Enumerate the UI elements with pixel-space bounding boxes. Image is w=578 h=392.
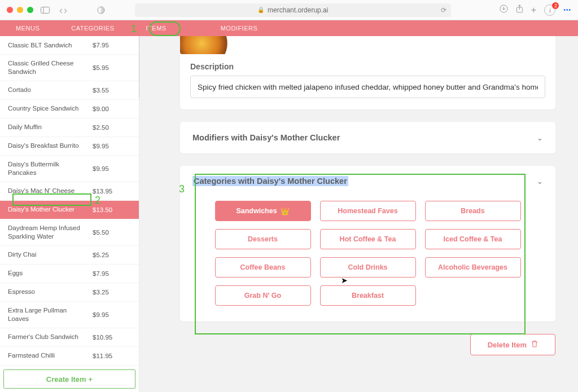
list-item[interactable]: Daisy's Mac N' Cheese$13.95 [0, 182, 139, 201]
list-item-selected[interactable]: Daisy's Mother Clucker$13.50 [0, 201, 139, 219]
list-item[interactable]: Cortado$3.55 [0, 81, 139, 100]
category-iced-coffee-tea[interactable]: Iced Coffee & Tea [425, 229, 521, 249]
chevron-down-icon[interactable]: ⌄ [537, 177, 543, 186]
svg-rect-0 [41, 7, 50, 13]
list-item[interactable]: Flat White$3.80 [0, 365, 139, 367]
list-item[interactable]: Espresso$3.25 [0, 283, 139, 302]
item-sidebar: Classic BLT Sandwich$7.95 Classic Grille… [0, 36, 139, 392]
extensions-icon[interactable]: i [544, 5, 555, 16]
item-list: Classic BLT Sandwich$7.95 Classic Grille… [0, 36, 139, 366]
categories-panel: Categories with Daisy's Mother Clucker ⌄… [180, 166, 555, 321]
category-hot-coffee-tea[interactable]: Hot Coffee & Tea [320, 229, 416, 249]
trash-icon [531, 340, 538, 349]
description-label: Description [190, 62, 545, 71]
tab-modifiers[interactable]: MODIFIERS [205, 20, 274, 36]
category-homestead-faves[interactable]: Homestead Faves [320, 201, 416, 221]
list-item[interactable]: Daisy's Buttermilk Pancakes$9.95 [0, 156, 139, 182]
minimize-window[interactable] [17, 7, 23, 13]
back-button[interactable]: ‹ [59, 5, 63, 15]
crown-icon: 👑 [281, 207, 290, 215]
category-coffee-beans[interactable]: Coffee Beans [215, 257, 311, 278]
category-cold-drinks[interactable]: Cold Drinks [320, 257, 416, 278]
chevron-down-icon: ⌄ [537, 134, 543, 142]
list-item[interactable]: Dirty Chai$5.25 [0, 246, 139, 265]
item-image[interactable] [180, 36, 242, 54]
new-tab-icon[interactable]: + [531, 5, 537, 16]
nav-arrows: ‹ › [59, 5, 67, 15]
forward-button[interactable]: › [64, 5, 67, 15]
tab-menus[interactable]: MENUS [0, 20, 55, 36]
address-bar[interactable]: 🔒 merchant.orderup.ai ⟳ [135, 3, 451, 17]
categories-title: Categories with Daisy's Mother Clucker [192, 176, 348, 186]
sidebar-toggle-icon[interactable] [38, 4, 52, 16]
list-item[interactable]: Daily Muffin$2.50 [0, 118, 139, 137]
category-desserts[interactable]: Desserts [215, 229, 311, 249]
list-item[interactable]: Farmstead Chilli$11.95 [0, 347, 139, 365]
share-icon[interactable] [516, 5, 523, 15]
category-grab-n-go[interactable]: Grab N' Go [215, 285, 311, 306]
description-panel: Description [180, 36, 555, 109]
window-controls [7, 7, 33, 13]
modifiers-title: Modifiers with Daisy's Mother Clucker [192, 133, 340, 142]
description-input[interactable] [190, 76, 545, 98]
list-item[interactable]: Classic Grilled Cheese Sandwich$5.95 [0, 55, 139, 81]
maximize-window[interactable] [27, 7, 33, 13]
modifiers-panel[interactable]: Modifiers with Daisy's Mother Clucker ⌄ [180, 122, 555, 153]
url-text: merchant.orderup.ai [268, 6, 328, 14]
list-item[interactable]: Eggs$7.95 [0, 265, 139, 283]
plus-icon: + [89, 375, 93, 384]
lock-icon: 🔒 [257, 7, 264, 13]
browser-toolbar: ‹ › 🔒 merchant.orderup.ai ⟳ + i ••• [0, 0, 578, 20]
list-item[interactable]: Country Spice Sandwich$9.00 [0, 100, 139, 118]
top-nav: MENUS CATEGORIES ITEMS MODIFIERS [0, 20, 578, 36]
create-item-button[interactable]: Create Item+ [3, 369, 135, 389]
shield-icon[interactable] [94, 4, 108, 16]
more-icon[interactable]: ••• [563, 7, 571, 13]
delete-item-button[interactable]: Delete Item [470, 334, 555, 355]
list-item[interactable]: Daydream Hemp Infused Sparkling Water$5.… [0, 219, 139, 246]
main-content: Description Modifiers with Daisy's Mothe… [139, 36, 578, 392]
reload-icon[interactable]: ⟳ [441, 6, 446, 14]
close-window[interactable] [7, 7, 13, 13]
category-sandwiches[interactable]: Sandwiches👑 [215, 201, 311, 221]
tab-items[interactable]: ITEMS [130, 20, 182, 36]
list-item[interactable]: Daisy's Breakfast Burrito$9.95 [0, 137, 139, 156]
tab-categories[interactable]: CATEGORIES [55, 20, 130, 36]
list-item[interactable]: Classic BLT Sandwich$7.95 [0, 36, 139, 55]
list-item[interactable]: Farmer's Club Sandwich$10.95 [0, 328, 139, 347]
category-alcoholic-beverages[interactable]: Alcoholic Beverages [425, 257, 521, 278]
category-breakfast[interactable]: Breakfast [320, 285, 416, 306]
category-breads[interactable]: Breads [425, 201, 521, 221]
list-item[interactable]: Extra Large Pullman Loaves$9.95 [0, 302, 139, 328]
category-grid: Sandwiches👑 Homestead Faves Breads Desse… [192, 201, 543, 306]
download-icon[interactable] [500, 5, 508, 15]
